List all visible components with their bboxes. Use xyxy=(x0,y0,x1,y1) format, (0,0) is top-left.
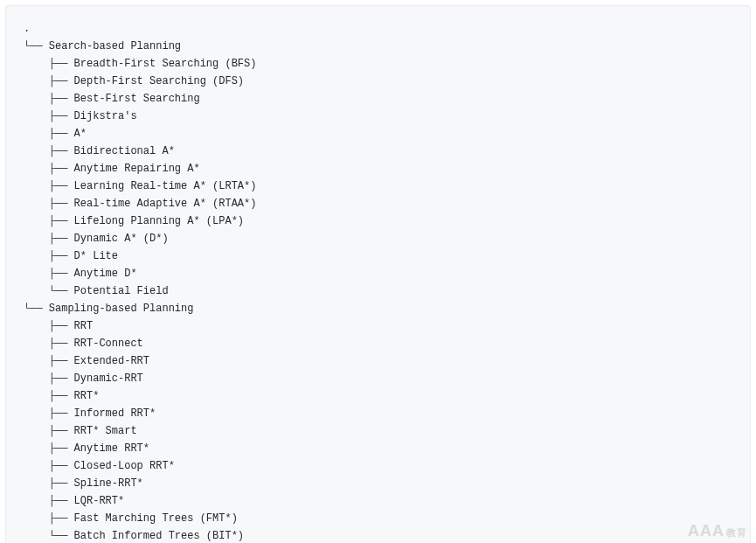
tree-line: └── Batch Informed Trees (BIT*) xyxy=(24,527,732,543)
tree-line: ├── Bidirectional A* xyxy=(24,143,732,160)
tree-line: ├── Extended-RRT xyxy=(24,352,732,370)
directory-tree-block: .└── Search-based Planning ├── Breadth-F… xyxy=(5,5,751,543)
watermark-main: AAA xyxy=(688,522,725,540)
tree-line: ├── Informed RRT* xyxy=(24,405,732,422)
tree-line: ├── Learning Real-time A* (LRTA*) xyxy=(24,178,732,195)
watermark-sub: 教育 xyxy=(726,527,747,538)
tree-line: ├── Lifelong Planning A* (LPA*) xyxy=(24,212,732,230)
tree-line: ├── RRT xyxy=(24,317,732,335)
tree-line: └── Search-based Planning xyxy=(24,38,732,55)
tree-line: ├── Breadth-First Searching (BFS) xyxy=(24,55,732,73)
tree-line: ├── Closed-Loop RRT* xyxy=(24,457,732,475)
tree-line: ├── LQR-RRT* xyxy=(24,492,732,510)
tree-line: ├── Dijkstra's xyxy=(24,108,732,125)
watermark: AAA教育 xyxy=(688,522,747,541)
tree-line: └── Sampling-based Planning xyxy=(24,300,732,317)
tree-line: ├── Anytime RRT* xyxy=(24,440,732,457)
tree-line: ├── Spline-RRT* xyxy=(24,475,732,492)
tree-line: ├── RRT* xyxy=(24,387,732,405)
tree-line: ├── Dynamic A* (D*) xyxy=(24,230,732,247)
tree-line: ├── Dynamic-RRT xyxy=(24,370,732,387)
tree-line: ├── Real-time Adaptive A* (RTAA*) xyxy=(24,195,732,212)
tree-line: ├── Anytime D* xyxy=(24,265,732,282)
tree-line: ├── Anytime Repairing A* xyxy=(24,160,732,178)
tree-line: ├── A* xyxy=(24,125,732,143)
tree-line: ├── Fast Marching Trees (FMT*) xyxy=(24,510,732,527)
tree-line: . xyxy=(24,20,732,38)
tree-line: ├── Depth-First Searching (DFS) xyxy=(24,73,732,90)
tree-line: ├── RRT* Smart xyxy=(24,422,732,440)
tree-line: └── Potential Field xyxy=(24,282,732,300)
tree-line: ├── Best-First Searching xyxy=(24,90,732,108)
tree-line: ├── RRT-Connect xyxy=(24,335,732,352)
tree-line: ├── D* Lite xyxy=(24,247,732,265)
